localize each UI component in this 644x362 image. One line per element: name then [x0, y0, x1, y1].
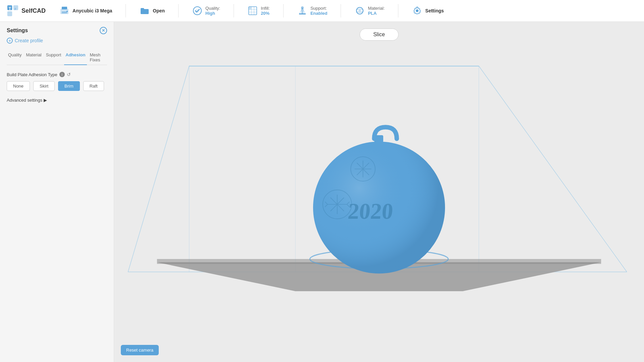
tab-support[interactable]: Support — [45, 50, 63, 65]
settings-icon — [412, 5, 423, 16]
build-plate-text: Build Plate Adhesion Type — [7, 72, 57, 77]
logo[interactable]: T F SelfCAD — [7, 5, 46, 17]
settings-button[interactable]: Settings — [408, 4, 447, 18]
material-text: Material: PLA — [368, 6, 385, 16]
sidebar: Settings ✕ + Create profile Quality Mate… — [0, 22, 114, 362]
adhesion-brim-button[interactable]: Brim — [58, 81, 80, 91]
svg-rect-16 — [249, 7, 251, 9]
open-label: Open — [153, 8, 165, 13]
material-icon — [354, 5, 365, 16]
svg-point-19 — [301, 6, 304, 9]
tab-quality[interactable]: Quality — [7, 50, 23, 65]
create-profile-label: Create profile — [15, 38, 43, 43]
infill-text: Infill: 20% — [261, 6, 270, 16]
selfcad-logo-icon: T F — [7, 5, 19, 17]
svg-point-24 — [416, 9, 418, 12]
material-label: Material: — [368, 6, 385, 11]
sidebar-header: Settings ✕ — [7, 27, 107, 34]
support-icon — [297, 5, 308, 16]
tab-material[interactable]: Material — [24, 50, 43, 65]
material-value: PLA — [368, 11, 385, 16]
settings-title: Settings — [7, 28, 28, 34]
advanced-settings-button[interactable]: Advanced settings ▶ — [7, 98, 107, 103]
support-label: Support: — [310, 6, 328, 11]
settings-tabs: Quality Material Support Adhesion Mesh F… — [7, 50, 107, 65]
reset-icon[interactable]: ↺ — [67, 72, 72, 77]
printer-label: Anycubic i3 Mega — [72, 8, 112, 13]
slice-button[interactable]: Slice — [359, 29, 399, 41]
svg-rect-7 — [62, 11, 67, 13]
plus-icon: + — [7, 38, 13, 44]
svg-text:2020: 2020 — [347, 199, 394, 224]
main-area: Settings ✕ + Create profile Quality Mate… — [0, 22, 644, 362]
folder-icon — [139, 5, 150, 16]
open-button[interactable]: Open — [136, 4, 168, 18]
svg-point-8 — [66, 11, 68, 12]
svg-rect-2 — [7, 11, 12, 16]
quality-text: Quality: High — [205, 6, 220, 16]
svg-point-10 — [195, 9, 199, 13]
toolbar: T F SelfCAD Anycubic i3 Mega Open — [0, 0, 644, 22]
viewport[interactable]: Slice — [114, 22, 644, 362]
adhesion-none-button[interactable]: None — [7, 81, 30, 91]
quality-value: High — [205, 11, 220, 16]
chevron-right-icon: ▶ — [44, 98, 47, 103]
svg-text:F: F — [14, 7, 16, 11]
svg-text:T: T — [8, 6, 11, 11]
advanced-settings-label: Advanced settings — [7, 98, 42, 103]
support-text: Support: Enabled — [310, 6, 328, 16]
adhesion-type-buttons: None Skirt Brim Raft — [7, 81, 107, 91]
close-button[interactable]: ✕ — [100, 27, 107, 34]
infill-button[interactable]: Infill: 20% — [244, 4, 273, 18]
svg-point-22 — [359, 10, 361, 12]
infill-value: 20% — [261, 11, 270, 16]
infill-label: Infill: — [261, 6, 270, 11]
logo-text: SelfCAD — [21, 7, 46, 14]
svg-rect-6 — [62, 7, 67, 9]
printer-text: Anycubic i3 Mega — [72, 8, 112, 13]
infill-icon — [247, 5, 258, 16]
reset-camera-button[interactable]: Reset camera — [121, 345, 159, 355]
printer-button[interactable]: Anycubic i3 Mega — [56, 4, 115, 18]
tab-mesh-fixes[interactable]: Mesh Fixes — [89, 50, 107, 65]
separator-4 — [283, 4, 284, 17]
separator-5 — [341, 4, 341, 17]
support-button[interactable]: Support: Enabled — [294, 4, 331, 18]
quality-label: Quality: — [205, 6, 220, 11]
quality-button[interactable]: Quality: High — [189, 4, 224, 18]
settings-label: Settings — [425, 8, 444, 13]
separator-3 — [234, 4, 234, 17]
svg-rect-17 — [299, 13, 306, 14]
support-value: Enabled — [310, 11, 328, 16]
separator-6 — [398, 4, 398, 17]
build-plate-label: Build Plate Adhesion Type i ↺ — [7, 72, 107, 77]
separator-1 — [126, 4, 126, 17]
quality-icon — [192, 5, 203, 16]
printer-icon — [59, 5, 70, 16]
info-icon[interactable]: i — [59, 72, 65, 77]
material-button[interactable]: Material: PLA — [351, 4, 388, 18]
adhesion-raft-button[interactable]: Raft — [83, 81, 104, 91]
adhesion-skirt-button[interactable]: Skirt — [33, 81, 55, 91]
3d-scene: 2020 — [114, 40, 644, 362]
separator-2 — [178, 4, 179, 17]
create-profile-button[interactable]: + Create profile — [7, 38, 107, 44]
tab-adhesion[interactable]: Adhesion — [64, 50, 87, 65]
